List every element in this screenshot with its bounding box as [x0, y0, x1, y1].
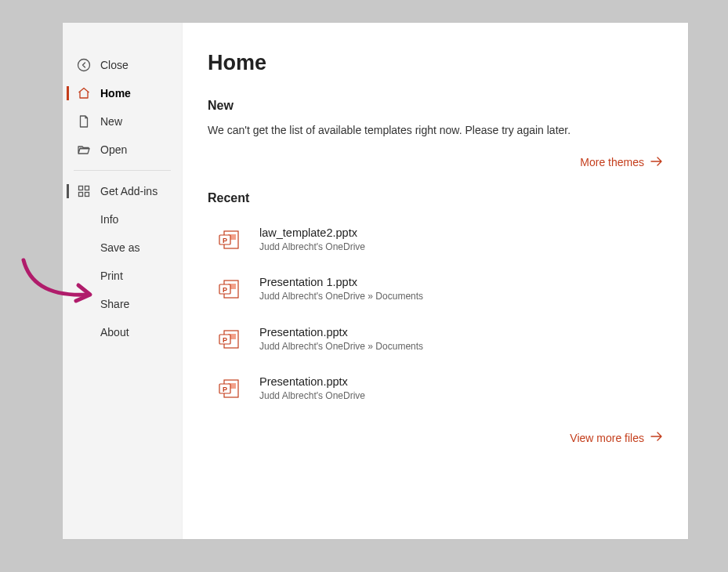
svg-text:P: P — [223, 386, 227, 393]
recent-file-item[interactable]: P Presentation.pptx Judd Albrecht's OneD… — [208, 319, 663, 359]
template-error-message: We can't get the list of available templ… — [208, 124, 663, 136]
svg-rect-1 — [79, 186, 83, 190]
svg-rect-3 — [79, 193, 83, 197]
document-icon — [77, 114, 91, 129]
home-icon — [77, 86, 91, 100]
sidebar-item-saveas[interactable]: Save as — [63, 234, 182, 262]
file-info: Presentation 1.pptx Judd Albrecht's OneD… — [259, 275, 654, 302]
sidebar-label-print: Print — [100, 270, 182, 282]
sidebar-item-print[interactable]: Print — [63, 262, 182, 290]
sidebar-label-addins: Get Add-ins — [100, 185, 182, 197]
arrow-right-icon — [650, 156, 663, 169]
file-name: Presentation.pptx — [259, 375, 654, 389]
file-info: Presentation.pptx Judd Albrecht's OneDri… — [259, 375, 654, 402]
view-more-files-link[interactable]: View more files — [570, 431, 663, 444]
sidebar-label-about: About — [100, 326, 182, 338]
recent-file-item[interactable]: P Presentation 1.pptx Judd Albrecht's On… — [208, 269, 663, 309]
powerpoint-file-icon: P — [217, 377, 241, 400]
app-window: Close Home New — [63, 23, 688, 539]
sidebar-divider — [74, 170, 171, 171]
sidebar-item-home[interactable]: Home — [63, 79, 182, 107]
powerpoint-file-icon: P — [217, 277, 241, 301]
sidebar-label-info: Info — [100, 213, 182, 226]
sidebar-item-close[interactable]: Close — [63, 51, 182, 79]
svg-point-0 — [78, 60, 90, 71]
powerpoint-file-icon: P — [217, 228, 241, 252]
file-location: Judd Albrecht's OneDrive » Documents — [259, 291, 654, 303]
file-location: Judd Albrecht's OneDrive — [259, 390, 654, 403]
svg-rect-2 — [85, 186, 89, 190]
folder-open-icon — [77, 143, 91, 157]
svg-text:P: P — [223, 236, 227, 244]
sidebar-item-about[interactable]: About — [63, 318, 182, 346]
sidebar-label-open: Open — [100, 143, 182, 156]
svg-rect-4 — [85, 193, 89, 197]
more-themes-link[interactable]: More themes — [580, 156, 663, 169]
sidebar-item-addins[interactable]: Get Add-ins — [63, 177, 182, 205]
svg-text:P: P — [223, 286, 227, 294]
file-name: Presentation.pptx — [259, 325, 654, 340]
arrow-right-icon — [650, 431, 663, 444]
file-location: Judd Albrecht's OneDrive — [259, 241, 654, 254]
sidebar-item-open[interactable]: Open — [63, 136, 182, 164]
sidebar-label-new: New — [100, 115, 182, 128]
view-more-label: View more files — [570, 432, 644, 444]
file-name: Presentation 1.pptx — [259, 275, 654, 290]
sidebar: Close Home New — [63, 23, 183, 539]
more-themes-label: More themes — [580, 156, 644, 168]
recent-section: Recent P law_template2.pptx Judd — [208, 191, 663, 445]
main-content: Home New We can't get the list of availa… — [183, 23, 688, 539]
new-section-heading: New — [208, 99, 663, 113]
sidebar-item-info[interactable]: Info — [63, 205, 182, 234]
file-info: law_template2.pptx Judd Albrecht's OneDr… — [259, 226, 654, 253]
sidebar-label-saveas: Save as — [100, 241, 182, 254]
svg-text:P: P — [223, 335, 227, 343]
sidebar-label-close: Close — [100, 59, 182, 71]
file-name: law_template2.pptx — [259, 226, 654, 241]
recent-file-item[interactable]: P law_template2.pptx Judd Albrecht's One… — [208, 219, 663, 259]
page-title: Home — [208, 51, 663, 75]
powerpoint-file-icon: P — [217, 328, 241, 351]
recent-file-list: P law_template2.pptx Judd Albrecht's One… — [208, 219, 663, 409]
view-more-row: View more files — [208, 431, 663, 445]
recent-file-item[interactable]: P Presentation.pptx Judd Albrecht's OneD… — [208, 368, 663, 408]
addins-icon — [77, 184, 91, 198]
sidebar-label-home: Home — [100, 87, 182, 100]
more-themes-row: More themes — [208, 155, 663, 169]
file-info: Presentation.pptx Judd Albrecht's OneDri… — [259, 325, 654, 353]
sidebar-label-share: Share — [100, 298, 182, 310]
file-location: Judd Albrecht's OneDrive » Documents — [259, 341, 654, 353]
sidebar-item-share[interactable]: Share — [63, 290, 182, 318]
recent-section-heading: Recent — [208, 191, 663, 205]
sidebar-item-new[interactable]: New — [63, 107, 182, 136]
back-arrow-icon — [77, 58, 91, 72]
